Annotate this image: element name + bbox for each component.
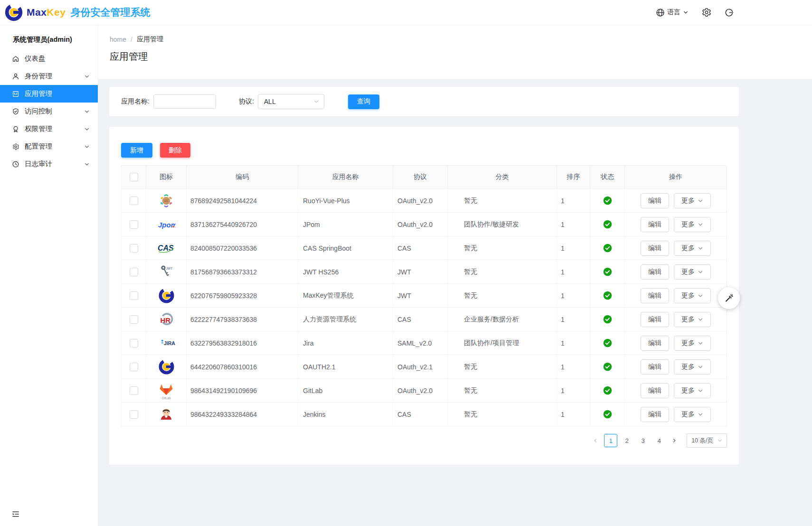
sidebar-item-label: 日志审计 <box>25 160 52 169</box>
row-checkbox[interactable] <box>130 315 138 324</box>
edit-button[interactable]: 编辑 <box>641 264 669 280</box>
app-category: 暂无 <box>448 355 557 379</box>
row-checkbox-cell <box>122 403 146 426</box>
status-enabled-icon <box>603 410 612 419</box>
protocol-label: 协议: <box>239 97 254 106</box>
settings-gear-icon[interactable] <box>702 8 711 17</box>
app-code: 824008507220033536 <box>187 236 298 260</box>
chevron-down-icon <box>83 109 91 114</box>
column-header-sort: 排序 <box>557 166 590 189</box>
floating-tool-button[interactable] <box>718 287 740 309</box>
app-sort: 1 <box>557 236 590 260</box>
chevron-down-icon <box>83 144 91 150</box>
row-checkbox-cell <box>122 284 146 308</box>
edit-button[interactable]: 编辑 <box>641 312 669 327</box>
delete-button[interactable]: 删除 <box>160 143 190 158</box>
status-enabled-icon <box>603 196 612 205</box>
table-row: JIRA632279563832918016JiraSAML_v2.0团队协作/… <box>122 331 727 355</box>
next-page-button[interactable] <box>669 434 680 447</box>
column-header-status: 状态 <box>590 166 625 189</box>
row-checkbox-cell <box>122 189 146 213</box>
row-checkbox[interactable] <box>130 386 138 395</box>
edit-button[interactable]: 编辑 <box>641 383 669 398</box>
column-header-actions: 操作 <box>625 166 727 189</box>
row-checkbox[interactable] <box>130 220 138 229</box>
actions-cell: 编辑更多 <box>625 213 727 236</box>
more-button[interactable]: 更多 <box>674 336 711 351</box>
page-button-1[interactable]: 1 <box>604 434 617 447</box>
app-category: 暂无 <box>448 379 557 403</box>
app-code: 817568793663373312 <box>187 260 298 284</box>
sidebar-item-clock[interactable]: 日志审计 <box>0 155 98 173</box>
edit-button[interactable]: 编辑 <box>641 359 669 375</box>
language-menu[interactable]: 语言 <box>656 8 689 17</box>
column-header-name: 应用名称 <box>298 166 393 189</box>
edit-button[interactable]: 编辑 <box>641 193 669 208</box>
more-button[interactable]: 更多 <box>674 359 711 375</box>
prev-page-button[interactable] <box>590 434 601 447</box>
app-sort: 1 <box>557 403 590 426</box>
table-row: JWT817568793663373312JWT HS256JWT暂无1编辑更多 <box>122 260 727 284</box>
more-button[interactable]: 更多 <box>674 193 711 208</box>
more-button[interactable]: 更多 <box>674 241 711 256</box>
edit-button[interactable]: 编辑 <box>641 288 669 303</box>
logout-icon[interactable] <box>725 8 734 17</box>
table-row: CAS824008507220033536CAS SpringBootCAS暂无… <box>122 236 727 260</box>
sidebar-item-user[interactable]: 身份管理 <box>0 67 98 85</box>
row-checkbox[interactable] <box>130 291 138 300</box>
actions-cell: 编辑更多 <box>625 284 727 308</box>
add-button[interactable]: 新增 <box>121 143 152 158</box>
more-button[interactable]: 更多 <box>674 407 711 422</box>
select-all-checkbox[interactable] <box>130 173 138 181</box>
row-checkbox[interactable] <box>130 268 138 276</box>
status-enabled-icon <box>603 291 612 300</box>
gitlab-logo-icon: GitLab <box>146 379 187 403</box>
app-category: 暂无 <box>448 260 557 284</box>
brand[interactable]: MaxKey 身份安全管理系统 <box>4 2 150 22</box>
svg-text:GitLab: GitLab <box>161 396 171 399</box>
gear-icon <box>12 143 19 150</box>
breadcrumb-home[interactable]: home <box>110 36 126 43</box>
status-cell <box>590 355 625 379</box>
sidebar-item-shield-check[interactable]: 访问控制 <box>0 103 98 120</box>
user-icon <box>12 73 19 80</box>
more-button[interactable]: 更多 <box>674 312 711 327</box>
status-cell <box>590 189 625 213</box>
app-sort: 1 <box>557 260 590 284</box>
sidebar-item-gear[interactable]: 配置管理 <box>0 138 98 155</box>
chevron-down-icon <box>698 317 703 322</box>
row-checkbox[interactable] <box>130 410 138 419</box>
sidebar-collapse-button[interactable] <box>11 510 20 518</box>
sidebar-item-home[interactable]: 仪表盘 <box>0 50 98 67</box>
app-protocol: OAuth_v2.1 <box>393 355 448 379</box>
edit-button[interactable]: 编辑 <box>641 407 669 422</box>
row-checkbox[interactable] <box>130 197 138 205</box>
edit-button[interactable]: 编辑 <box>641 217 669 232</box>
more-button[interactable]: 更多 <box>674 217 711 232</box>
app-name: OAUTH2.1 <box>298 355 393 379</box>
sidebar-item-apps[interactable]: 应用管理 <box>0 85 98 103</box>
app-name: JPom <box>298 213 393 236</box>
more-button[interactable]: 更多 <box>674 264 711 280</box>
row-checkbox[interactable] <box>130 339 138 348</box>
app-sort: 1 <box>557 284 590 308</box>
protocol-select[interactable]: ALL <box>258 94 324 109</box>
page-button-4[interactable]: 4 <box>652 434 666 447</box>
page-button-2[interactable]: 2 <box>620 434 633 447</box>
edit-button[interactable]: 编辑 <box>641 241 669 256</box>
more-button[interactable]: 更多 <box>674 288 711 303</box>
search-button[interactable]: 查询 <box>348 94 379 109</box>
status-cell <box>590 403 625 426</box>
page-button-3[interactable]: 3 <box>636 434 650 447</box>
row-checkbox[interactable] <box>130 244 138 253</box>
more-button[interactable]: 更多 <box>674 383 711 398</box>
page-size-select[interactable]: 10 条/页 <box>687 433 727 448</box>
sidebar-item-badge[interactable]: 权限管理 <box>0 120 98 138</box>
chevron-down-icon <box>698 198 703 204</box>
edit-button[interactable]: 编辑 <box>641 336 669 351</box>
jira-logo-icon: JIRA <box>146 331 187 355</box>
row-checkbox[interactable] <box>130 363 138 371</box>
status-enabled-icon <box>603 338 612 348</box>
app-name-input[interactable] <box>153 94 216 109</box>
brand-subtitle: 身份安全管理系统 <box>70 6 150 19</box>
